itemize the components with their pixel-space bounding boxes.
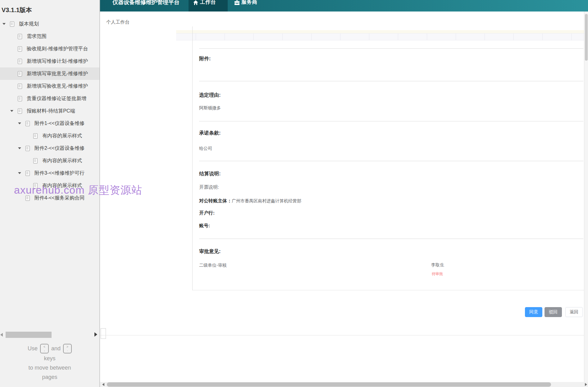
sidebar-item-version-plan[interactable]: 版本规划 xyxy=(0,18,99,30)
reason-value: 阿斯顿撒多 xyxy=(199,105,221,111)
main-hscrollbar[interactable] xyxy=(100,382,588,387)
attachments-label: 附件: xyxy=(199,56,211,62)
section-divider xyxy=(199,161,583,161)
sidebar-item-label: 报账材料-待结算PC端 xyxy=(27,108,75,114)
terms-label: 承诺条款: xyxy=(199,130,221,136)
tab-service-provider[interactable]: 服务商 xyxy=(230,0,271,12)
collapse-arrow-icon[interactable] xyxy=(10,105,18,117)
hint-and-text: and xyxy=(51,345,61,352)
sitemap-tree: 版本规划 需求范围 验收规则-维修维护管理平台 新增填写维修计划-维修维护 新增 xyxy=(0,18,99,204)
sidebar-item-label: 附件1-<<仪器设备维修 xyxy=(34,120,84,127)
main-hscrollbar-thumb[interactable] xyxy=(107,382,551,387)
sidebar-item-attachment-2[interactable]: 附件2-<<仪器设备维修 xyxy=(0,142,99,154)
hint-use-text: Use xyxy=(28,345,38,352)
sidebar-item-content-style[interactable]: 有内容的展示样式 xyxy=(0,130,99,142)
account-label: 账号: xyxy=(199,223,210,229)
sidebar-item-label: 新增填写验收意见-维修维护 xyxy=(27,83,88,90)
sidebar-item-label: 附件3-<<维修维护可行 xyxy=(34,170,84,177)
hint-line-move: to move between xyxy=(0,363,99,372)
briefcase-icon xyxy=(235,0,239,6)
page-icon xyxy=(18,46,22,52)
sidebar-item-new-approval-opinion[interactable]: 新增填写审批意见-维修维护 xyxy=(0,67,99,80)
sidebar-item-acceptance-rules[interactable]: 验收规则-维修维护管理平台 xyxy=(0,43,99,55)
transfer-row: 对公转账主体：广州市番禺区南村进鑫计算机经营部 xyxy=(199,198,301,204)
sidebar-item-valuable-instrument[interactable]: 贵重仪器维修论证签批新增 xyxy=(0,92,99,105)
arrow-spacer xyxy=(10,67,18,80)
section-divider xyxy=(199,238,583,239)
scroll-right-arrow-icon[interactable] xyxy=(94,332,97,337)
section-divider xyxy=(199,48,583,49)
back-button[interactable]: 返回 xyxy=(565,307,583,317)
sidebar-item-label: 版本规划 xyxy=(19,21,39,27)
scrollbar-corner xyxy=(101,328,106,339)
page-icon xyxy=(18,108,22,114)
app-window: V3.1.1版本 版本规划 需求范围 验收规则-维修维护管理平台 新增填写维修计… xyxy=(0,0,588,387)
arrow-spacer xyxy=(25,154,33,167)
page-icon xyxy=(18,84,22,89)
bank-label: 开户行: xyxy=(199,210,215,216)
sidebar-item-new-acceptance-opinion[interactable]: 新增填写验收意见-维修维护 xyxy=(0,80,99,92)
terms-value: 给公司 xyxy=(199,146,212,151)
page-icon xyxy=(33,158,38,164)
reason-label: 选定理由: xyxy=(199,92,221,99)
page-icon xyxy=(25,121,30,126)
sidebar-item-attachment-1[interactable]: 附件1-<<仪器设备维修 xyxy=(0,117,99,130)
period-key-icon: > . xyxy=(63,344,72,353)
sidebar-item-attachment-3[interactable]: 附件3-<<维修维护可行 xyxy=(0,167,99,179)
settlement-label: 结算说明: xyxy=(199,171,221,177)
sidebar-item-content-style[interactable]: 有内容的展示样式 xyxy=(0,154,99,167)
sidebar-item-label: 附件2-<<仪器设备维修 xyxy=(34,145,84,152)
sidebar-item-label: 新增填写审批意见-维修维护 xyxy=(27,71,88,77)
sidebar-item-reimbursement-material[interactable]: 报账材料-待结算PC端 xyxy=(0,105,99,117)
collapse-arrow-icon[interactable] xyxy=(17,167,25,179)
arrow-spacer xyxy=(10,80,18,92)
page-icon xyxy=(18,71,22,76)
arrow-spacer xyxy=(10,92,18,105)
sidebar-item-label: 有内容的展示样式 xyxy=(42,133,82,139)
main-vscrollbar-thumb[interactable] xyxy=(585,14,588,61)
approve-button[interactable]: 同意 xyxy=(525,307,542,317)
invoice-label: 开票说明: xyxy=(199,184,219,190)
home-icon xyxy=(193,0,198,6)
watermark-text: axurehub.com 原型资源站 xyxy=(14,183,142,197)
sidebar-item-label: 有内容的展示样式 xyxy=(42,158,82,164)
sidebar-item-label: 新增填写维修计划-维修维护 xyxy=(27,58,88,65)
tab-workbench[interactable]: 工作台 xyxy=(189,0,228,12)
section-divider xyxy=(199,121,583,122)
page-icon xyxy=(25,171,30,176)
scroll-left-arrow-icon[interactable] xyxy=(102,383,104,386)
hint-line-keys: keys xyxy=(0,354,99,363)
section-divider xyxy=(199,81,583,81)
page-icon xyxy=(33,133,38,139)
page-icon xyxy=(18,59,22,64)
collapse-arrow-icon[interactable] xyxy=(2,18,10,30)
content-bottom-border xyxy=(100,335,588,335)
transfer-label: 对公转账主体： xyxy=(199,198,232,203)
tab-label: 工作台 xyxy=(200,0,216,6)
page-navigation-hint: Use < , and > . keys to move between pag… xyxy=(0,343,99,382)
comma-key-icon: < , xyxy=(40,344,49,353)
page-icon xyxy=(18,34,22,39)
detail-panel xyxy=(192,26,588,290)
sidebar-item-requirements[interactable]: 需求范围 xyxy=(0,30,99,43)
key-bottom-char: . xyxy=(67,348,68,352)
collapse-arrow-icon[interactable] xyxy=(17,117,25,130)
sidebar-item-label: 验收规则-维修维护管理平台 xyxy=(27,46,88,52)
sidebar-item-label: 贵重仪器维修论证签批新增 xyxy=(27,95,86,102)
approver-status-badge: 待审批 xyxy=(432,271,443,277)
sidebar-item-new-repair-plan[interactable]: 新增填写维修计划-维修维护 xyxy=(0,55,99,67)
scroll-right-arrow-icon[interactable] xyxy=(585,383,587,386)
tab-label: 服务商 xyxy=(241,0,257,6)
sidebar-hscrollbar-thumb[interactable] xyxy=(6,332,52,338)
transfer-value: 广州市番禺区南村进鑫计算机经营部 xyxy=(232,198,301,203)
scroll-left-arrow-icon[interactable] xyxy=(0,333,3,337)
page-icon xyxy=(18,96,22,101)
reject-button[interactable]: 驳回 xyxy=(545,307,562,317)
hint-line-pages: pages xyxy=(0,372,99,382)
collapse-arrow-icon[interactable] xyxy=(17,142,25,154)
approver-name: 李取生 xyxy=(431,262,444,268)
approval-label: 审批意见: xyxy=(199,248,221,255)
arrow-spacer xyxy=(10,55,18,67)
main-vscrollbar[interactable] xyxy=(584,12,588,382)
page-icon xyxy=(10,21,14,27)
